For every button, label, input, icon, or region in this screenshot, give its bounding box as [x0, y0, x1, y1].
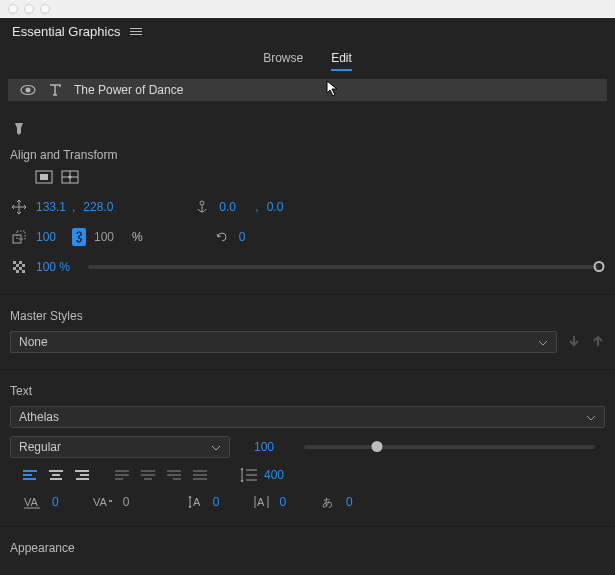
svg-rect-14 [22, 264, 25, 267]
extra-value[interactable]: 0 [346, 495, 353, 509]
kerning-icon: VA [93, 495, 115, 509]
layer-row[interactable]: The Power of Dance [8, 79, 607, 101]
svg-rect-12 [19, 261, 22, 264]
position-row: 133.1 , 228.0 0.0 , 0.0 [10, 192, 605, 222]
section-align-transform: Align and Transform [0, 142, 615, 166]
divider [0, 294, 615, 295]
faux-icon: あ [320, 494, 338, 510]
opacity-row: 100 % [10, 252, 605, 282]
weight-select[interactable]: Regular [10, 436, 230, 458]
justify-center-icon[interactable] [138, 466, 158, 484]
justify-left-icon[interactable] [112, 466, 132, 484]
baseline-value[interactable]: 0 [213, 495, 220, 509]
tsume-icon: A [253, 494, 271, 510]
text-metrics-row: VA 0 VA 0 A 0 A 0 あ 0 [0, 488, 615, 514]
svg-rect-15 [13, 267, 16, 270]
pin-tool-strip [0, 115, 615, 142]
layer-name: The Power of Dance [74, 83, 183, 97]
push-up-icon[interactable] [591, 334, 605, 351]
position-comma: , [72, 200, 75, 214]
font-value: Athelas [19, 410, 59, 424]
extra-param: あ 0 [320, 494, 353, 510]
master-styles-value: None [19, 335, 48, 349]
opacity-value[interactable]: 100 % [36, 260, 78, 274]
master-styles-row: None [0, 327, 615, 357]
tab-browse[interactable]: Browse [263, 51, 303, 71]
svg-text:VA: VA [24, 496, 39, 508]
scale-h[interactable]: 100 [94, 230, 124, 244]
tracking-icon: VA [24, 495, 44, 509]
rotation-value[interactable]: 0 [239, 230, 279, 244]
position-y[interactable]: 228.0 [83, 200, 123, 214]
anchor-comma: , [255, 200, 258, 214]
panel-menu-icon[interactable] [130, 26, 142, 37]
minimize-dot[interactable] [24, 4, 34, 14]
divider [0, 526, 615, 527]
svg-point-1 [26, 88, 31, 93]
justify-right-icon[interactable] [164, 466, 184, 484]
weight-row: Regular 100 [0, 432, 615, 462]
position-x[interactable]: 133.1 [36, 200, 76, 214]
align-mode-row [10, 166, 605, 192]
tab-edit[interactable]: Edit [331, 51, 352, 71]
scale-percent: % [132, 230, 143, 244]
svg-rect-3 [40, 174, 48, 180]
anchor-y[interactable]: 0.0 [267, 200, 307, 214]
svg-text:VA: VA [93, 496, 108, 508]
svg-text:A: A [257, 496, 265, 508]
leading-value[interactable]: 400 [264, 468, 284, 482]
chevron-down-icon [586, 410, 596, 424]
align-right-icon[interactable] [72, 466, 92, 484]
opacity-slider[interactable] [88, 265, 599, 269]
svg-rect-18 [22, 270, 25, 273]
panel-header: Essential Graphics [0, 18, 615, 47]
section-appearance: Appearance [0, 535, 615, 559]
font-size[interactable]: 100 [254, 440, 284, 454]
visibility-eye-icon[interactable] [20, 84, 36, 96]
position-icon [10, 199, 28, 215]
align-center-icon[interactable] [46, 466, 66, 484]
kerning-param: VA 0 [93, 495, 153, 509]
scale-w[interactable]: 100 [36, 230, 64, 244]
rotation-icon [213, 229, 231, 245]
align-to-frame-icon[interactable] [60, 168, 80, 186]
leading-icon [240, 467, 258, 483]
align-left-icon[interactable] [20, 466, 40, 484]
align-to-selection-icon[interactable] [34, 168, 54, 186]
opacity-icon [10, 259, 28, 275]
font-size-slider[interactable] [304, 445, 595, 449]
anchor-icon [193, 199, 211, 215]
svg-rect-17 [16, 270, 19, 273]
tsume-value[interactable]: 0 [279, 495, 286, 509]
tsume-param: A 0 [253, 494, 286, 510]
font-row: Athelas [0, 402, 615, 432]
weight-value: Regular [19, 440, 61, 454]
tracking-value[interactable]: 0 [52, 495, 59, 509]
link-scale-icon[interactable] [72, 228, 86, 246]
zoom-dot[interactable] [40, 4, 50, 14]
chevron-down-icon [538, 335, 548, 349]
section-master-styles: Master Styles [0, 303, 615, 327]
tracking-param: VA 0 [24, 495, 59, 509]
chevron-down-icon [211, 440, 221, 454]
anchor-x[interactable]: 0.0 [219, 200, 259, 214]
scale-row: 100 100 % 0 [10, 222, 605, 252]
tabs: Browse Edit [0, 47, 615, 77]
panel-title: Essential Graphics [12, 24, 120, 39]
baseline-shift-icon: A [187, 494, 205, 510]
push-down-icon[interactable] [567, 334, 581, 351]
svg-rect-11 [13, 261, 16, 264]
text-align-row: 400 [0, 462, 615, 488]
justify-all-icon[interactable] [190, 466, 210, 484]
svg-text:あ: あ [322, 496, 333, 508]
font-select[interactable]: Athelas [10, 406, 605, 428]
master-styles-select[interactable]: None [10, 331, 557, 353]
svg-rect-16 [19, 267, 22, 270]
window-titlebar [0, 0, 615, 18]
kerning-value[interactable]: 0 [123, 495, 153, 509]
pin-icon[interactable] [12, 121, 26, 135]
svg-rect-13 [16, 264, 19, 267]
divider [0, 369, 615, 370]
section-text: Text [0, 378, 615, 402]
close-dot[interactable] [8, 4, 18, 14]
